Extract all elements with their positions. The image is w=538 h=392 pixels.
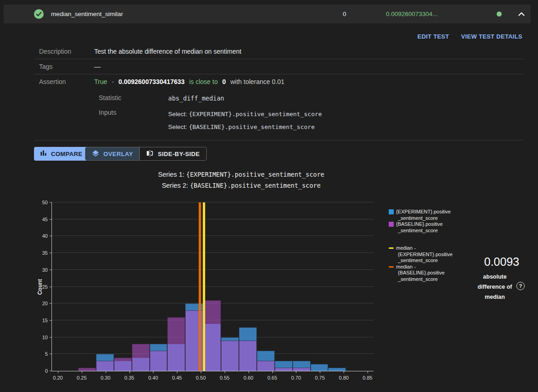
input-prefix: Select: (168, 123, 189, 130)
assertion-actual: 0.00926007330417633 (119, 78, 185, 85)
assertion-relation: is close to (189, 78, 218, 85)
x-tick-label: 0.65 (267, 375, 277, 381)
input-row: Select: {EXPERIMENT}.positive_sentiment_… (168, 111, 322, 118)
assertion-tolerance: with tolerance 0.01 (231, 78, 285, 85)
y-tick-mark (50, 303, 52, 304)
histogram-bar (114, 358, 132, 371)
legend-color-swatch-icon (389, 209, 394, 214)
legend-item-label: {EXPERIMENT}.positive_sentiment_score (396, 209, 451, 221)
median-line (198, 202, 201, 371)
gridline (52, 202, 374, 202)
y-tick-mark (50, 320, 52, 320)
y-tick-mark (50, 202, 52, 203)
input-row: Select: {BASELINE}.positive_sentiment_sc… (168, 123, 315, 130)
histogram-bar (311, 364, 328, 371)
x-tick-label: 0.35 (125, 375, 134, 381)
x-tick-label: 0.55 (220, 375, 229, 381)
assertion-expected: 0 (222, 78, 226, 85)
histogram-bar (150, 351, 168, 371)
inputs-label: Inputs (99, 109, 116, 116)
chart-title: Series 1: {EXPERIMENT}.positive_sentimen… (0, 169, 482, 191)
legend-item-label: median -{BASELINE}.positive_sentiment_sc… (396, 264, 445, 283)
histogram-plot: 051015202530354045500.200.250.300.350.40… (51, 202, 374, 371)
x-tick-mark (201, 371, 201, 373)
action-links: EDIT TEST VIEW TEST DETAILS (417, 33, 522, 40)
view-test-details-link[interactable]: VIEW TEST DETAILS (461, 33, 522, 40)
x-tick-label: 0.80 (339, 375, 348, 381)
y-tick-mark (50, 371, 52, 371)
x-tick-mark (249, 371, 249, 373)
x-tick-mark (106, 371, 106, 373)
input-code: {BASELINE}.positive_sentiment_score (189, 123, 315, 130)
chart-title-line2: Series 2: {BASELINE}.positive_sentiment_… (0, 180, 482, 191)
chart-title-line1: Series 1: {EXPERIMENT}.positive_sentimen… (0, 169, 482, 180)
gridline (52, 252, 374, 253)
help-icon[interactable]: ? (516, 282, 525, 290)
view-mode-toggle: OVERLAY SIDE-BY-SIDE (85, 147, 207, 161)
legend-item: {BASELINE}.positive_sentiment_score (389, 221, 453, 234)
x-tick-label: 0.25 (77, 375, 86, 381)
y-tick-label: 10 (33, 335, 48, 340)
edit-test-link[interactable]: EDIT TEST (417, 33, 449, 40)
passed-check-icon (34, 9, 44, 19)
status-dot-icon (497, 11, 502, 17)
histogram-bar (293, 368, 311, 371)
header-count: 0 (343, 11, 346, 17)
x-tick-label: 0.60 (244, 375, 253, 381)
y-tick-label: 20 (33, 301, 48, 306)
assertion-label: Assertion (39, 78, 66, 85)
gridline (52, 219, 374, 219)
legend-line-swatch-icon (389, 266, 394, 268)
y-tick-mark (50, 236, 52, 236)
y-tick-label: 35 (33, 250, 48, 256)
x-tick-label: 0.30 (101, 375, 110, 381)
y-tick-label: 0 (33, 368, 48, 374)
x-tick-label: 0.20 (53, 375, 62, 381)
histogram-bar (328, 368, 346, 371)
metric-value: 0.0093 (470, 255, 534, 269)
histogram-bar (96, 361, 114, 371)
x-tick-mark (296, 371, 296, 373)
metric-label: absolute difference of median (476, 272, 514, 302)
histogram-bar (239, 341, 257, 371)
statistic-label: Statistic (99, 94, 121, 101)
collapse-chevron-icon[interactable] (517, 10, 526, 19)
histogram-bar (221, 341, 239, 371)
gridline (52, 286, 374, 287)
x-tick-mark (225, 371, 225, 373)
y-tick-mark (50, 337, 52, 337)
side-by-side-toggle[interactable]: SIDE-BY-SIDE (140, 147, 206, 160)
overlay-toggle[interactable]: OVERLAY (85, 147, 140, 160)
description-label: Description (39, 48, 71, 55)
tags-value: — (94, 63, 101, 70)
assertion-value: True - 0.00926007330417633 is close to 0… (94, 78, 284, 85)
input-prefix: Select: (168, 111, 189, 118)
legend-item-label: {BASELINE}.positive_sentiment_score (396, 221, 443, 234)
x-tick-mark (130, 371, 130, 373)
y-tick-label: 5 (33, 351, 48, 357)
legend-color-swatch-icon (389, 222, 394, 227)
test-header-row[interactable]: median_sentiment_similar 0 0.00926007330… (4, 5, 531, 23)
tags-label: Tags (39, 63, 53, 70)
x-tick-mark (368, 371, 368, 373)
y-tick-label: 15 (33, 318, 48, 323)
histogram-bar (167, 317, 185, 371)
y-tick-label: 50 (33, 200, 48, 205)
compare-button[interactable]: COMPARE (34, 147, 88, 161)
x-tick-mark (272, 371, 273, 373)
y-tick-mark (50, 253, 52, 253)
y-tick-mark (50, 354, 52, 354)
legend-item-label: median -{EXPERIMENT}.positive_sentiment_… (396, 245, 453, 264)
y-tick-label: 25 (33, 284, 48, 290)
histogram-bar (275, 368, 293, 371)
x-tick-mark (177, 371, 177, 373)
x-tick-label: 0.75 (315, 375, 325, 381)
y-tick-mark (50, 269, 52, 270)
row-divider (34, 74, 524, 74)
x-tick-mark (153, 371, 153, 373)
row-divider (34, 59, 524, 59)
histogram-bar (132, 344, 150, 371)
gridline (52, 269, 374, 270)
x-tick-mark (58, 371, 58, 373)
layers-icon (92, 150, 99, 158)
